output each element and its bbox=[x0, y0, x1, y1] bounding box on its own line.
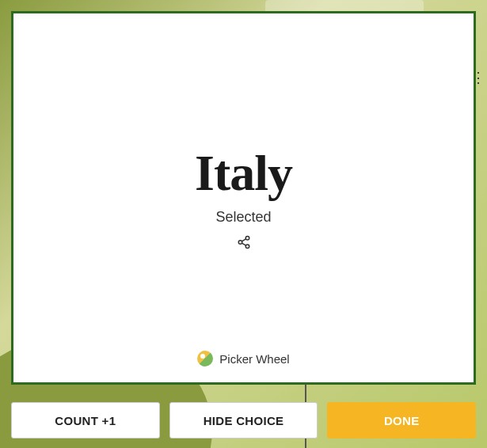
svg-point-1 bbox=[238, 240, 242, 244]
share-icon[interactable] bbox=[237, 235, 251, 252]
svg-point-2 bbox=[245, 245, 249, 249]
brand-logo-icon bbox=[197, 351, 213, 366]
brand-name: Picker Wheel bbox=[219, 352, 289, 366]
result-title: Italy bbox=[195, 144, 292, 203]
brand-row: Picker Wheel bbox=[13, 351, 474, 366]
svg-point-0 bbox=[245, 236, 249, 240]
svg-line-4 bbox=[242, 238, 245, 241]
count-button[interactable]: COUNT +1 bbox=[11, 402, 160, 439]
done-button[interactable]: DONE bbox=[327, 402, 476, 439]
svg-line-3 bbox=[242, 243, 245, 245]
hide-choice-button[interactable]: HIDE CHOICE bbox=[169, 402, 318, 439]
result-subtitle: Selected bbox=[215, 209, 271, 226]
action-button-row: COUNT +1 HIDE CHOICE DONE bbox=[11, 402, 476, 439]
result-modal: Italy Selected Picker Wheel bbox=[11, 11, 476, 385]
